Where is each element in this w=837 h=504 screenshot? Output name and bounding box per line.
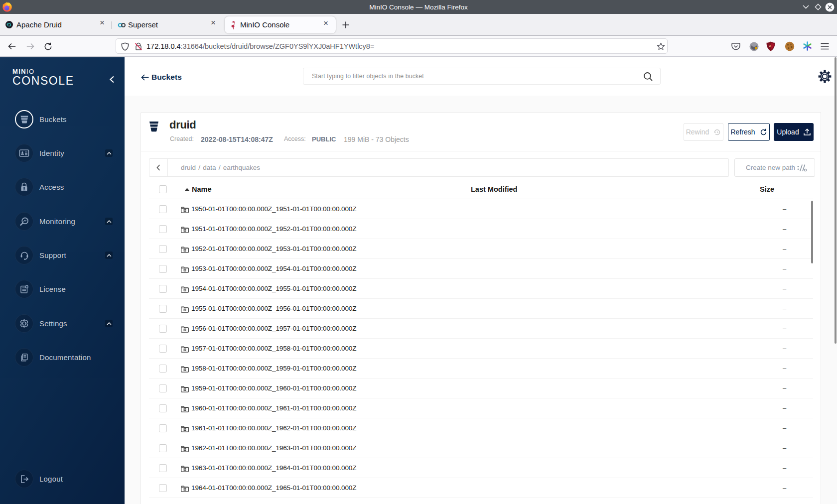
- svg-text:u: u: [769, 44, 771, 47]
